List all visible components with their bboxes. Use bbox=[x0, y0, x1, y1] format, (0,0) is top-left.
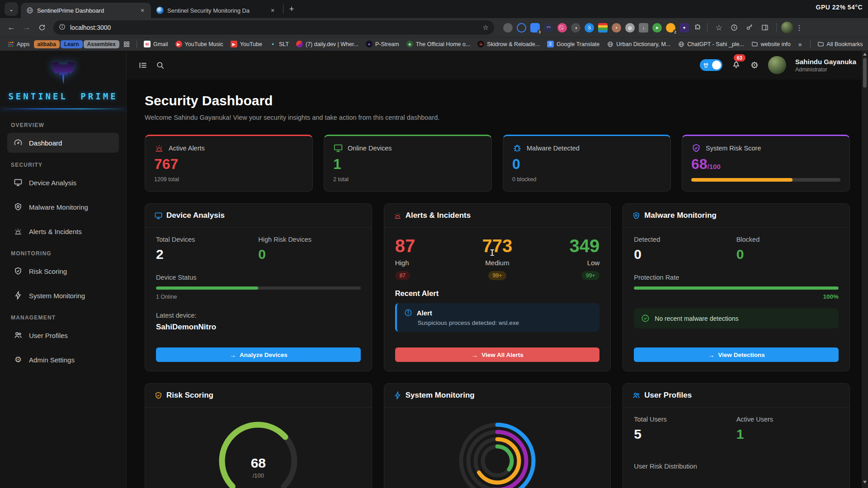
bookmark-item-apps[interactable]: Apps bbox=[5, 40, 33, 49]
back-icon[interactable]: ← bbox=[5, 21, 18, 34]
sidebar-item-dashboard[interactable]: Dashboard bbox=[7, 133, 119, 153]
extension-icon-14[interactable]: ✦ bbox=[679, 23, 689, 33]
extension-icon-7[interactable]: S bbox=[585, 23, 594, 33]
bookmark-star-icon[interactable]: ☆ bbox=[483, 23, 489, 32]
bookmark-item-assemblex[interactable]: Assemblex bbox=[84, 40, 119, 48]
tab-active[interactable]: SentinelPrime Dashboard × bbox=[21, 3, 151, 18]
bookmark-item-dailydev[interactable]: (7) daily.dev | Wher... bbox=[293, 39, 362, 49]
stat-card-malware-detected[interactable]: Malware Detected 0 0 blocked bbox=[503, 135, 671, 192]
scrollbar-down-arrow[interactable] bbox=[863, 481, 867, 483]
analyze-devices-button[interactable]: → Analyze Devices bbox=[156, 347, 361, 362]
bookmark-item-youtube-music[interactable]: ▶ YouTube Music bbox=[172, 39, 226, 49]
extension-badge: 3 bbox=[538, 30, 542, 34]
bookmark-item-skidrow[interactable]: ☠ Skidrow & Reloade... bbox=[474, 39, 543, 49]
extension-icon-5[interactable]: ⃠ bbox=[557, 23, 567, 33]
extension-icon-4[interactable]: ◠ bbox=[544, 23, 553, 33]
extension-icon-3[interactable]: 3 bbox=[530, 23, 540, 33]
stat-card-active-alerts[interactable]: Active Alerts 767 1209 total bbox=[145, 135, 313, 192]
sidebar-item-malware-monitoring[interactable]: Malware Monitoring bbox=[7, 197, 119, 217]
total-devices-label: Total Devices bbox=[156, 236, 258, 243]
extension-icon-12[interactable]: ➤ bbox=[652, 23, 662, 33]
forward-icon[interactable]: → bbox=[20, 21, 33, 34]
view-all-alerts-button[interactable]: → View All Alerts bbox=[395, 347, 600, 362]
no-detections-box: No recent malware detections bbox=[634, 308, 839, 328]
side-panel-icon[interactable] bbox=[758, 21, 772, 34]
tab-search-button[interactable]: ⌄ bbox=[5, 2, 18, 16]
shirt-icon bbox=[703, 62, 709, 68]
tab-inactive[interactable]: Sentinel Security Monitoring Da × bbox=[151, 3, 281, 18]
gpu-stats-overlay: GPU 22% 54°C bbox=[816, 4, 863, 11]
sidebar-item-system-monitoring[interactable]: System Monitoring bbox=[7, 286, 119, 305]
extension-icon-6[interactable]: ◑ bbox=[571, 23, 580, 33]
bookmark-item-urban-dictionary[interactable]: Urban Dictionary, M... bbox=[604, 39, 674, 49]
url-text[interactable]: localhost:3000 bbox=[70, 24, 478, 31]
bookmarks-overflow-icon[interactable]: » bbox=[795, 41, 806, 48]
card-title: Alerts & Incidents bbox=[406, 211, 471, 220]
extension-icon-1[interactable] bbox=[503, 23, 513, 33]
button-label: Analyze Devices bbox=[240, 352, 288, 358]
risk-score-bar-track bbox=[691, 178, 840, 182]
bookmark-item-slt[interactable]: ✦ SLT bbox=[266, 39, 292, 49]
bookmark-item-youtube[interactable]: ▶ YouTube bbox=[227, 39, 265, 49]
user-name: Sahindu Gayanuka bbox=[795, 58, 856, 66]
extensions-zone: 3 ◠ ⃠ ◑ S • ◍ ↓ ➤ 2 ✦ bbox=[503, 23, 703, 33]
dashboard-body: Security Dashboard Welcome Sahindu Gayan… bbox=[127, 80, 868, 488]
settings-gear-icon[interactable]: ⚙ bbox=[750, 61, 759, 70]
bookmark-item-gmail[interactable]: M Gmail bbox=[141, 39, 171, 49]
browser-menu-icon[interactable]: ⋮ bbox=[795, 23, 804, 32]
bookmark-item-pstream[interactable]: ● P-Stream bbox=[363, 39, 402, 49]
search-icon[interactable] bbox=[156, 61, 165, 70]
tab-close-icon[interactable]: × bbox=[138, 6, 146, 14]
system-rings-chart bbox=[452, 416, 542, 488]
theme-toggle[interactable] bbox=[700, 59, 722, 71]
bookmark-item-google-translate[interactable]: 文 Google Translate bbox=[544, 39, 603, 49]
history-icon[interactable] bbox=[727, 21, 741, 34]
extension-icon-10[interactable]: ◍ bbox=[625, 23, 635, 33]
new-tab-button[interactable]: + bbox=[285, 3, 298, 15]
extension-icon-11[interactable]: ↓ bbox=[639, 23, 648, 33]
extension-icon-8[interactable] bbox=[598, 23, 608, 33]
stat-card-system-risk-score[interactable]: System Risk Score 68/100 bbox=[682, 135, 850, 192]
bookmark-item-grid[interactable] bbox=[120, 40, 133, 49]
recent-alert-box[interactable]: Alert Suspicious process detected: wsl.e… bbox=[395, 303, 600, 332]
sidebar-item-user-profiles[interactable]: User Profiles bbox=[7, 325, 119, 345]
passwords-key-icon[interactable] bbox=[743, 21, 756, 34]
url-bar[interactable]: localhost:3000 ☆ bbox=[53, 20, 494, 35]
bookmark-item-alibaba[interactable]: alibaba bbox=[34, 40, 60, 48]
medium-alerts-badge: 99+ bbox=[488, 271, 506, 280]
extension-icon-9[interactable]: • bbox=[612, 23, 621, 33]
card-title: Malware Monitoring bbox=[644, 211, 717, 220]
extension-icon-2[interactable] bbox=[517, 23, 526, 33]
bookmark-manager-icon[interactable]: ☆ bbox=[712, 21, 726, 34]
page-scrollbar[interactable] bbox=[862, 51, 868, 488]
risk-scoring-card: Risk Scoring 68 /100 bbox=[145, 383, 372, 488]
bookmark-item-official-home[interactable]: ☻ The Official Home o... bbox=[403, 39, 474, 49]
site-info-icon[interactable] bbox=[59, 23, 66, 32]
user-avatar[interactable] bbox=[768, 56, 786, 74]
reload-icon[interactable] bbox=[35, 21, 49, 34]
cards-row-2: Risk Scoring 68 /100 bbox=[145, 383, 850, 488]
extension-icon-13[interactable]: 2 bbox=[666, 23, 675, 33]
sidebar-item-alerts-incidents[interactable]: Alerts & Incidents bbox=[7, 221, 119, 241]
notifications-button[interactable]: 63 bbox=[731, 60, 741, 71]
all-bookmarks-button[interactable]: All Bookmarks bbox=[814, 39, 866, 49]
sidebar-item-label: Dashboard bbox=[29, 139, 62, 147]
tab-close-icon[interactable]: × bbox=[269, 6, 277, 14]
sidebar-item-admin-settings[interactable]: ⚙ Admin Settings bbox=[7, 350, 119, 370]
scrollbar-up-arrow[interactable] bbox=[863, 53, 867, 56]
sidebar-item-device-analysis[interactable]: Device Analysis bbox=[7, 173, 119, 192]
scrollbar-thumb[interactable] bbox=[863, 58, 867, 88]
bookmark-item-website-info[interactable]: website info bbox=[748, 39, 794, 49]
bookmark-item-learn[interactable]: Learn bbox=[61, 40, 83, 48]
browser-profile-avatar[interactable] bbox=[781, 22, 793, 33]
detected-value: 0 bbox=[634, 247, 736, 262]
app-window: SENTINEL PRIME OVERVIEW Dashboard SECURI… bbox=[0, 51, 868, 488]
sidebar-item-risk-scoring[interactable]: Risk Scoring bbox=[7, 261, 119, 281]
extensions-puzzle-icon[interactable] bbox=[693, 23, 703, 33]
bookmark-item-chatgpt[interactable]: ChatGPT - Sahi _ple... bbox=[675, 39, 747, 49]
view-detections-button[interactable]: → View Detections bbox=[634, 347, 839, 362]
sidebar-toggle-icon[interactable] bbox=[138, 61, 148, 70]
protection-rate-percent: 100% bbox=[634, 293, 839, 300]
stat-card-online-devices[interactable]: Online Devices 1 2 total bbox=[324, 135, 492, 192]
alarm-icon bbox=[154, 143, 164, 153]
